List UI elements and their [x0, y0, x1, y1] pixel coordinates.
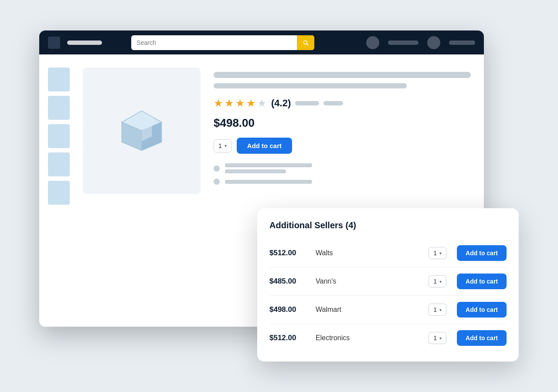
seller-qty-chevron-3: ▾	[439, 336, 442, 341]
product-box-icon	[113, 102, 170, 159]
thumbnail-2[interactable]	[48, 96, 70, 120]
rating-bar2	[323, 101, 343, 105]
add-to-cart-row: 1 ▾ Add to cart	[214, 138, 471, 154]
thumbnail-5[interactable]	[48, 181, 70, 205]
seller-price-2: $498.00	[269, 305, 309, 314]
thumbnail-4[interactable]	[48, 152, 70, 176]
seller-qty-value-1: 1	[433, 278, 437, 285]
quantity-chevron-icon: ▾	[225, 143, 227, 148]
browser-user-area	[366, 36, 475, 49]
seller-qty-0[interactable]: 1 ▾	[429, 247, 446, 259]
rating-count: (4.2)	[271, 98, 291, 109]
search-button[interactable]	[297, 35, 314, 50]
seller-qty-value-3: 1	[433, 335, 437, 341]
user-avatar	[366, 36, 379, 49]
seller-add-to-cart-1[interactable]: Add to cart	[457, 274, 507, 289]
seller-qty-chevron-1: ▾	[439, 279, 442, 284]
product-image	[83, 68, 201, 194]
product-title-placeholder	[214, 72, 471, 78]
seller-price-1: $485.00	[269, 277, 309, 286]
seller-qty-3[interactable]: 1 ▾	[429, 332, 446, 344]
product-detail-rows	[214, 163, 471, 185]
star-4: ★	[246, 97, 256, 109]
seller-qty-2[interactable]: 1 ▾	[429, 304, 446, 316]
seller-row-0: $512.00 Walts 1 ▾ Add to cart	[269, 239, 507, 267]
user-name-text	[388, 41, 418, 45]
seller-qty-1[interactable]: 1 ▾	[429, 275, 446, 287]
seller-add-to-cart-3[interactable]: Add to cart	[457, 330, 507, 346]
detail-line-1a	[225, 163, 312, 167]
seller-name-1: Vann's	[316, 277, 422, 285]
browser-logo-text	[67, 41, 102, 45]
detail-row-1	[214, 163, 471, 173]
seller-qty-chevron-0: ▾	[439, 251, 442, 256]
detail-line-1b	[225, 169, 286, 173]
browser-logo-icon	[48, 37, 60, 49]
star-rating: ★ ★ ★ ★ ★	[214, 97, 267, 109]
thumbnail-1[interactable]	[48, 68, 70, 91]
detail-row-2	[214, 179, 471, 185]
seller-name-3: Electronics	[316, 334, 422, 342]
user-avatar2	[427, 36, 440, 49]
additional-sellers-popup: Additional Sellers (4) $512.00 Walts 1 ▾…	[257, 208, 519, 362]
quantity-selector[interactable]: 1 ▾	[214, 139, 231, 152]
star-5: ★	[257, 97, 267, 109]
seller-row-1: $485.00 Vann's 1 ▾ Add to cart	[269, 267, 507, 296]
rating-row: ★ ★ ★ ★ ★ (4.2)	[214, 97, 471, 109]
product-price: $498.00	[214, 116, 471, 130]
search-icon	[302, 39, 309, 46]
seller-name-2: Walmart	[316, 306, 422, 314]
seller-qty-value-0: 1	[433, 250, 437, 257]
user-name2-text	[449, 41, 475, 45]
star-2: ★	[225, 97, 234, 109]
detail-dot-2	[214, 179, 220, 185]
search-input[interactable]	[131, 39, 297, 46]
star-1: ★	[214, 97, 223, 109]
seller-add-to-cart-0[interactable]: Add to cart	[457, 245, 507, 261]
star-3: ★	[235, 97, 245, 109]
seller-name-0: Walts	[316, 249, 422, 257]
browser-toolbar	[39, 30, 484, 54]
seller-qty-value-2: 1	[433, 306, 437, 313]
rating-bar1	[295, 101, 319, 105]
seller-qty-chevron-2: ▾	[439, 308, 442, 312]
product-subtitle-placeholder	[214, 83, 407, 88]
seller-row-3: $512.00 Electronics 1 ▾ Add to cart	[269, 324, 507, 352]
sidebar-thumbnails	[48, 68, 70, 314]
seller-add-to-cart-2[interactable]: Add to cart	[457, 302, 507, 318]
sellers-popup-title: Additional Sellers (4)	[269, 220, 507, 230]
thumbnail-3[interactable]	[48, 124, 70, 148]
quantity-value: 1	[218, 142, 222, 149]
scene: ★ ★ ★ ★ ★ (4.2) $498.00 1 ▾	[39, 30, 519, 362]
browser-search-bar	[131, 35, 314, 50]
seller-price-0: $512.00	[269, 249, 309, 257]
seller-price-3: $512.00	[269, 334, 309, 342]
detail-line-2a	[225, 180, 312, 184]
detail-dot-1	[214, 166, 220, 172]
add-to-cart-button[interactable]: Add to cart	[237, 138, 292, 154]
seller-row-2: $498.00 Walmart 1 ▾ Add to cart	[269, 296, 507, 324]
